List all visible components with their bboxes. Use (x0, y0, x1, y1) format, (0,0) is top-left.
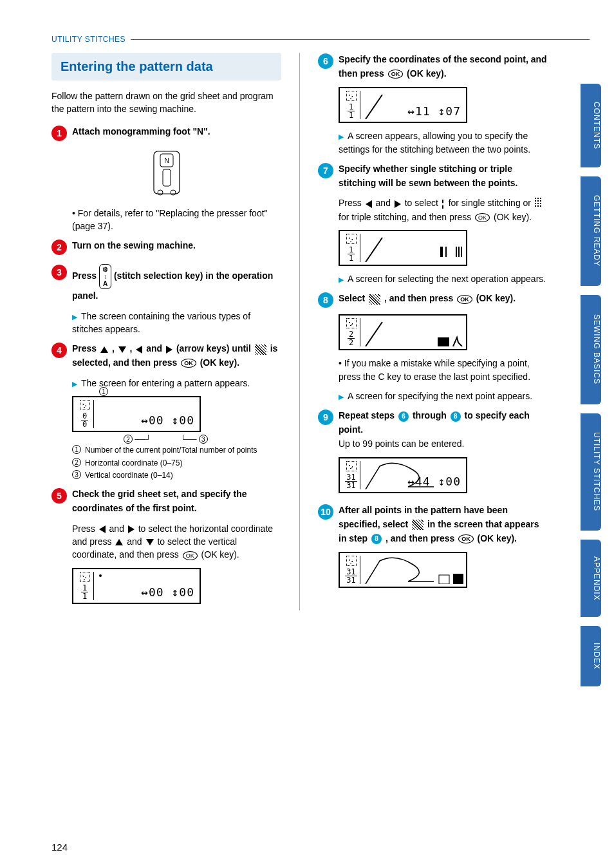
lcd-screen-step8: 22 (339, 314, 467, 350)
svg-point-4 (158, 190, 163, 195)
tab-contents[interactable]: CONTENTS (581, 84, 601, 167)
step-7-lead: Specify whether single stitching or trip… (339, 164, 517, 188)
step-10-lead: After all points in the pattern have bee… (339, 505, 539, 543)
step-2-lead: Turn on the sewing machine. (72, 240, 196, 250)
arrow-left-icon (99, 525, 106, 533)
svg-rect-17 (453, 574, 463, 584)
single-stitch-icon (442, 200, 445, 209)
step-6-lead: Specify the coordinates of the second po… (339, 54, 547, 79)
ok-key-icon: OK (458, 534, 474, 543)
arrow-up-icon (115, 539, 123, 545)
step-5-body: Press and to select the horizontal coord… (72, 522, 281, 561)
step-1-detail: For details, refer to "Replacing the pre… (72, 207, 281, 233)
lcd-screen-step7: 11 (339, 230, 467, 266)
intro-text: Follow the pattern drawn on the grid she… (51, 90, 281, 116)
step-ref-8b: 8 (371, 534, 382, 544)
triple-stitch-icon (535, 197, 543, 210)
lcd-screen-step9: 3131 ↔44 ↕00 (339, 457, 467, 493)
svg-rect-3 (163, 169, 171, 186)
arrow-right-icon (128, 525, 135, 533)
svg-rect-13 (461, 247, 462, 257)
step-ref-6: 6 (398, 411, 409, 422)
svg-rect-10 (445, 247, 447, 257)
section-title: Entering the pattern data (51, 53, 281, 80)
step-8-bullet: If you make a mistake while specifying a… (339, 357, 548, 383)
stitch-selection-key-icon: ⚙↕A (99, 264, 111, 289)
step-7-result: A screen for selecting the next operatio… (339, 274, 546, 284)
lcd-screen-step5: 11 ↔00 ↕00 (72, 568, 201, 604)
svg-text:N: N (164, 157, 169, 164)
svg-rect-16 (439, 575, 449, 584)
diagram-callouts: 1Number of the current point/Total numbe… (72, 445, 281, 481)
arrow-left-icon (366, 200, 372, 208)
step-badge-2: 2 (51, 240, 67, 255)
ok-key-icon: OK (181, 359, 196, 368)
step-7-body: Press and to select for single stitching… (339, 196, 548, 223)
step-4-lead: Press , , and (arrow keys) until is sele… (72, 343, 277, 368)
svg-line-14 (366, 322, 382, 346)
ok-key-icon: OK (457, 295, 472, 304)
tab-sewing-basics[interactable]: SEWING BASICS (581, 295, 601, 404)
arrow-right-icon (166, 346, 172, 354)
step-5-lead: Check the grid sheet set, and specify th… (72, 489, 247, 513)
tab-getting-ready[interactable]: GETTING READY (581, 176, 601, 286)
step-3-lead: Press ⚙↕A (stitch selection key) in the … (72, 270, 273, 301)
tab-index[interactable]: INDEX (581, 626, 601, 686)
step-badge-6: 6 (318, 53, 333, 69)
step-8-lead: Select , and then press OK (OK key). (339, 293, 516, 303)
step-9-body: Up to 99 points can be entered. (339, 439, 464, 449)
ok-key-icon: OK (475, 213, 490, 222)
presser-foot-illustration: N (147, 147, 186, 199)
page-number: 124 (51, 842, 68, 853)
step-badge-8: 8 (318, 292, 333, 308)
mystitch-icon (255, 344, 266, 355)
step-6-result: A screen appears, allowing you to specif… (339, 131, 530, 154)
lcd-diagram-1: 00 ↔00 ↕00 (72, 396, 201, 432)
svg-point-5 (171, 190, 176, 195)
svg-line-7 (366, 95, 382, 119)
step-badge-10: 10 (318, 504, 333, 520)
side-tabs: CONTENTS GETTING READY SEWING BASICS UTI… (581, 84, 601, 686)
step-3-result: The screen containing the various types … (72, 311, 250, 334)
svg-point-6 (99, 574, 102, 577)
ok-key-icon: OK (183, 551, 198, 560)
svg-rect-9 (440, 247, 443, 257)
step-8-result: A screen for specifying the next point a… (339, 391, 532, 401)
step-1-lead: Attach monogramming foot "N". (72, 126, 210, 137)
svg-line-8 (366, 238, 382, 262)
arrow-right-icon (395, 200, 401, 208)
move-point-icon (369, 294, 380, 305)
step-ref-8: 8 (451, 411, 461, 422)
arrow-left-icon (136, 346, 142, 354)
step-badge-1: 1 (51, 126, 67, 141)
lcd-screen-step6: 11 ↔11 ↕07 (339, 87, 467, 123)
tab-utility-stitches[interactable]: UTILITY STITCHES (581, 413, 601, 531)
arrow-up-icon (100, 346, 108, 353)
arrow-down-icon (118, 346, 126, 353)
svg-rect-11 (456, 247, 457, 257)
step-9-lead: Repeat steps 6 through 8 to specify each… (339, 410, 530, 435)
lcd-screen-step10: 3131 (339, 552, 467, 588)
svg-rect-15 (438, 337, 449, 346)
step-badge-5: 5 (51, 488, 67, 504)
step-badge-4: 4 (51, 343, 67, 358)
svg-rect-12 (458, 247, 460, 257)
step-badge-9: 9 (318, 410, 333, 425)
tab-appendix[interactable]: APPENDIX (581, 540, 601, 617)
breadcrumb: UTILITY STITCHES (51, 35, 590, 44)
finish-pattern-icon (412, 520, 423, 530)
step-badge-7: 7 (318, 163, 333, 178)
step-badge-3: 3 (51, 265, 67, 280)
arrow-down-icon (146, 539, 154, 545)
ok-key-icon: OK (388, 70, 404, 79)
